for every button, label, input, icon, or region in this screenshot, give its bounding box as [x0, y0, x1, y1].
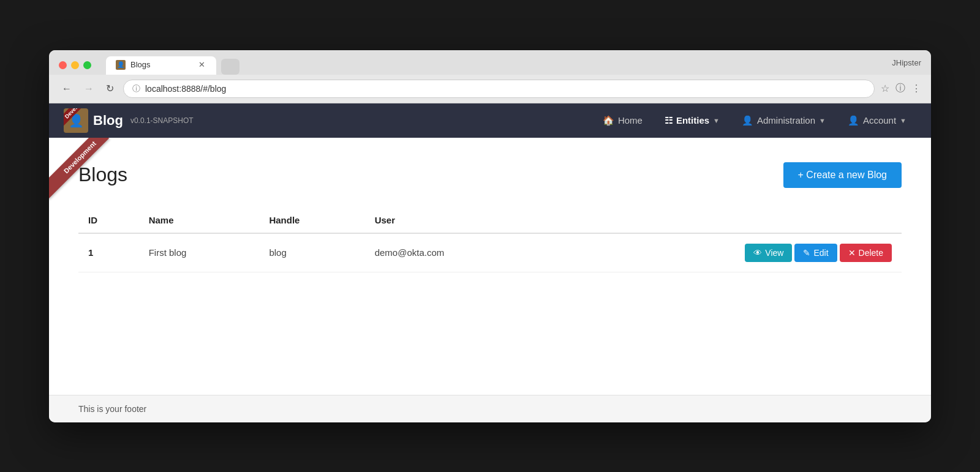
- administration-chevron-icon: ▼: [819, 117, 826, 124]
- entities-icon: ☷: [665, 115, 673, 126]
- cell-name: First blog: [139, 233, 260, 272]
- browser-window: 👤 Blogs ✕ JHipster ← → ↻ ⓘ localhost:888…: [49, 50, 931, 422]
- active-tab[interactable]: 👤 Blogs ✕: [106, 56, 216, 75]
- forward-button[interactable]: →: [81, 82, 97, 96]
- maximize-button[interactable]: [83, 61, 91, 69]
- cell-user: demo@okta.com: [365, 233, 552, 272]
- pencil-icon: ✎: [803, 248, 810, 258]
- more-icon[interactable]: ⋮: [911, 83, 921, 94]
- col-handle: Handle: [259, 208, 364, 233]
- table-header-row: ID Name Handle User: [78, 208, 902, 233]
- home-icon: 🏠: [603, 115, 614, 126]
- new-tab-button[interactable]: [221, 59, 239, 75]
- col-name: Name: [139, 208, 260, 233]
- app-navbar: Development 👤 Blog v0.0.1-SNAPSHOT 🏠 Hom…: [49, 103, 931, 138]
- nav-account[interactable]: 👤 Account ▼: [838, 110, 916, 131]
- col-user: User: [365, 208, 552, 233]
- cell-handle: blog: [259, 233, 364, 272]
- window-controls: [59, 61, 91, 69]
- nav-account-label: Account: [863, 115, 896, 125]
- page-header: Blogs + Create a new Blog: [78, 162, 902, 188]
- nav-entities-label: Entities: [676, 115, 709, 125]
- nav-entities[interactable]: ☷ Entities ▼: [655, 110, 729, 131]
- info-icon: ⓘ: [132, 83, 140, 94]
- title-bar-app-name: JHipster: [892, 58, 921, 72]
- eye-icon: 👁: [753, 248, 762, 258]
- create-blog-button[interactable]: + Create a new Blog: [783, 162, 902, 188]
- tab-bar: 👤 Blogs ✕: [106, 56, 884, 75]
- page-title: Blogs: [78, 163, 127, 186]
- table-row: 1First blogblogdemo@okta.com👁 View✎ Edit…: [78, 233, 902, 272]
- action-buttons: 👁 View✎ Edit✕ Delete: [562, 244, 892, 262]
- minimize-button[interactable]: [71, 61, 79, 69]
- brand-title: Blog: [93, 113, 123, 129]
- reload-button[interactable]: ↻: [103, 81, 117, 96]
- account-chevron-icon: ▼: [900, 117, 907, 124]
- main-nav: 🏠 Home ☷ Entities ▼ 👤 Administration ▼ 👤…: [593, 110, 916, 131]
- col-id: ID: [78, 208, 139, 233]
- col-actions: [552, 208, 902, 233]
- nav-administration[interactable]: 👤 Administration ▼: [732, 110, 835, 131]
- nav-home-label: Home: [618, 115, 643, 125]
- admin-icon: 👤: [742, 115, 753, 126]
- app-footer: This is your footer: [49, 395, 931, 422]
- brand-area: Development 👤 Blog v0.0.1-SNAPSHOT: [64, 108, 194, 133]
- account-icon: 👤: [848, 115, 859, 126]
- tab-close-button[interactable]: ✕: [197, 60, 206, 69]
- bookmark-icon[interactable]: ☆: [881, 83, 889, 94]
- address-input-wrap[interactable]: ⓘ localhost:8888/#/blog: [123, 80, 875, 98]
- shield-icon[interactable]: ⓘ: [895, 82, 905, 95]
- nav-administration-label: Administration: [757, 115, 815, 125]
- address-text: localhost:8888/#/blog: [145, 84, 865, 94]
- table-header: ID Name Handle User: [78, 208, 902, 233]
- view-button[interactable]: 👁 View: [745, 244, 792, 262]
- blogs-table: ID Name Handle User 1First blogblogdemo@…: [78, 208, 902, 272]
- table-body: 1First blogblogdemo@okta.com👁 View✎ Edit…: [78, 233, 902, 272]
- main-content: Development Blogs + Create a new Blog ID…: [49, 138, 931, 395]
- cell-actions: 👁 View✎ Edit✕ Delete: [552, 233, 902, 272]
- brand-version: v0.0.1-SNAPSHOT: [130, 116, 194, 125]
- title-bar: 👤 Blogs ✕ JHipster: [49, 50, 931, 75]
- back-button[interactable]: ←: [59, 82, 75, 96]
- edit-button[interactable]: ✎ Edit: [794, 244, 837, 262]
- footer-text: This is your footer: [78, 404, 146, 414]
- entities-chevron-icon: ▼: [713, 117, 720, 124]
- times-icon: ✕: [848, 248, 856, 258]
- address-bar: ← → ↻ ⓘ localhost:8888/#/blog ☆ ⓘ ⋮: [49, 75, 931, 103]
- nav-home[interactable]: 🏠 Home: [593, 110, 652, 131]
- delete-button[interactable]: ✕ Delete: [840, 244, 892, 262]
- cell-id: 1: [78, 233, 139, 272]
- tab-title: Blogs: [130, 60, 151, 69]
- tab-favicon: 👤: [116, 60, 126, 70]
- close-button[interactable]: [59, 61, 67, 69]
